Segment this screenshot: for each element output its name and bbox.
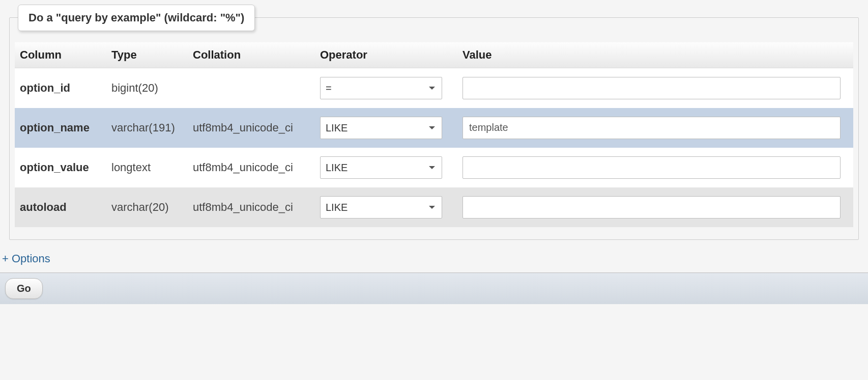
cell-type: longtext: [106, 148, 188, 187]
cell-column-name: option_id: [15, 68, 106, 108]
cell-type: varchar(20): [106, 187, 188, 227]
cell-value: [457, 187, 853, 227]
value-input[interactable]: [462, 77, 841, 99]
table-row: option_idbigint(20)=: [15, 68, 853, 108]
cell-value: [457, 108, 853, 148]
cell-column-name: option_value: [15, 148, 106, 187]
value-input[interactable]: [462, 196, 841, 219]
cell-value: [457, 148, 853, 187]
options-toggle-link[interactable]: + Options: [2, 252, 50, 265]
cell-collation: [188, 68, 315, 108]
header-type: Type: [106, 42, 188, 68]
cell-operator: LIKE: [315, 108, 457, 148]
cell-column-name: option_name: [15, 108, 106, 148]
operator-select[interactable]: LIKE: [320, 196, 442, 219]
header-value: Value: [457, 42, 853, 68]
cell-type: bigint(20): [106, 68, 188, 108]
header-column: Column: [15, 42, 106, 68]
operator-select[interactable]: =: [320, 77, 442, 99]
cell-collation: utf8mb4_unicode_ci: [188, 108, 315, 148]
cell-collation: utf8mb4_unicode_ci: [188, 187, 315, 227]
cell-value: [457, 68, 853, 108]
value-input[interactable]: [462, 156, 841, 179]
query-by-example-fieldset: Do a "query by example" (wildcard: "%") …: [9, 17, 859, 240]
cell-operator: LIKE: [315, 187, 457, 227]
table-header-row: Column Type Collation Operator Value: [15, 42, 853, 68]
cell-operator: LIKE: [315, 148, 457, 187]
fieldset-legend: Do a "query by example" (wildcard: "%"): [18, 5, 255, 31]
query-table: Column Type Collation Operator Value opt…: [15, 42, 853, 227]
table-row: option_valuelongtextutf8mb4_unicode_ciLI…: [15, 148, 853, 187]
value-input[interactable]: [462, 117, 841, 139]
operator-select[interactable]: LIKE: [320, 117, 442, 139]
table-row: autoloadvarchar(20)utf8mb4_unicode_ciLIK…: [15, 187, 853, 227]
cell-column-name: autoload: [15, 187, 106, 227]
go-button[interactable]: Go: [5, 278, 43, 299]
header-operator: Operator: [315, 42, 457, 68]
cell-type: varchar(191): [106, 108, 188, 148]
header-collation: Collation: [188, 42, 315, 68]
cell-collation: utf8mb4_unicode_ci: [188, 148, 315, 187]
button-bar: Go: [0, 273, 868, 304]
operator-select[interactable]: LIKE: [320, 156, 442, 179]
cell-operator: =: [315, 68, 457, 108]
table-row: option_namevarchar(191)utf8mb4_unicode_c…: [15, 108, 853, 148]
